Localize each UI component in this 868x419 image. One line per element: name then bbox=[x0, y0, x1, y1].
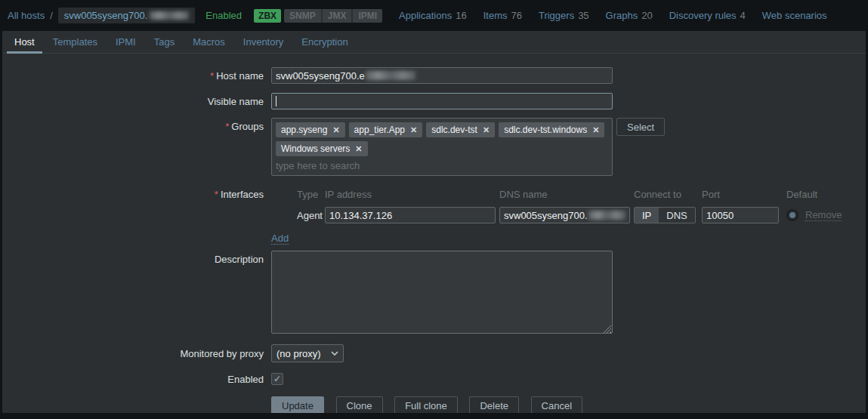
breadcrumb-bar: All hosts / svw005syseng700. Enabled ZBX… bbox=[0, 0, 868, 31]
nav-items-link[interactable]: Items bbox=[483, 10, 508, 21]
host-name-input[interactable]: svw005syseng700.e bbox=[271, 67, 613, 84]
chip-remove-icon[interactable]: ✕ bbox=[355, 143, 362, 155]
full-clone-button[interactable]: Full clone bbox=[394, 396, 458, 413]
delete-button[interactable]: Delete bbox=[469, 396, 519, 413]
col-dns-name: DNS name bbox=[499, 189, 634, 206]
proxy-select[interactable]: (no proxy) bbox=[271, 344, 344, 362]
interfaces-label: *Interfaces bbox=[2, 189, 271, 200]
group-chip: app_tier.App ✕ bbox=[349, 122, 423, 137]
ip-address-value: 10.134.37.126 bbox=[329, 210, 392, 221]
nav-triggers-link[interactable]: Triggers bbox=[539, 10, 574, 21]
col-connect-to: Connect to bbox=[634, 189, 702, 206]
nav-applications-link[interactable]: Applications bbox=[399, 10, 452, 21]
port-value: 10050 bbox=[706, 210, 734, 221]
tab-tags[interactable]: Tags bbox=[147, 31, 182, 53]
ip-address-input[interactable]: 10.134.37.126 bbox=[325, 207, 496, 223]
nav-discovery-rules-count: 4 bbox=[740, 10, 746, 21]
group-chip: app.syseng ✕ bbox=[276, 122, 345, 137]
port-cell: 10050 bbox=[702, 206, 786, 224]
nav-triggers[interactable]: Triggers 35 bbox=[539, 10, 589, 21]
tab-templates[interactable]: Templates bbox=[45, 31, 105, 53]
chip-remove-icon[interactable]: ✕ bbox=[483, 124, 490, 136]
chevron-down-icon bbox=[331, 351, 338, 356]
groups-label: *Groups bbox=[2, 118, 271, 132]
tab-ipmi[interactable]: IPMI bbox=[108, 31, 144, 53]
groups-multiselect[interactable]: app.syseng ✕ app_tier.App ✕ sdlc.dev-tst… bbox=[271, 118, 613, 176]
col-type: Type bbox=[271, 189, 325, 206]
remove-interface-link[interactable]: Remove bbox=[805, 209, 842, 221]
connect-ip-option[interactable]: IP bbox=[635, 208, 659, 223]
nav-graphs-link[interactable]: Graphs bbox=[606, 10, 638, 21]
required-marker: * bbox=[225, 121, 229, 132]
interface-type: Agent bbox=[271, 206, 325, 224]
nav-items[interactable]: Items 76 bbox=[483, 10, 522, 21]
form-buttons: Update Clone Full clone Delete Cancel bbox=[271, 396, 592, 413]
enabled-checkbox[interactable]: ✓ bbox=[271, 373, 283, 385]
group-search-input[interactable] bbox=[276, 160, 608, 171]
nav-discovery-rules[interactable]: Discovery rules 4 bbox=[669, 10, 746, 21]
group-chip-label: sdlc.dev-tst.windows bbox=[504, 124, 587, 136]
nav-web-scenarios[interactable]: Web scenarios bbox=[762, 10, 827, 21]
description-row: Description bbox=[2, 251, 866, 336]
group-chip: sdlc.dev-tst ✕ bbox=[426, 122, 495, 137]
update-button[interactable]: Update bbox=[271, 396, 324, 413]
description-textarea[interactable] bbox=[271, 251, 613, 334]
add-interface-link[interactable]: Add bbox=[271, 233, 289, 245]
default-interface-radio[interactable] bbox=[786, 209, 798, 221]
proxy-row: Monitored by proxy (no proxy) bbox=[2, 344, 866, 362]
cancel-button[interactable]: Cancel bbox=[531, 396, 582, 413]
connect-to-toggle: IP DNS bbox=[634, 207, 696, 223]
description-label: Description bbox=[2, 251, 271, 265]
nav-triggers-count: 35 bbox=[578, 10, 588, 21]
redacted-text bbox=[366, 71, 415, 80]
tab-host[interactable]: Host bbox=[7, 31, 42, 53]
breadcrumb-host-name: svw005syseng700. bbox=[58, 8, 196, 23]
visible-name-input[interactable] bbox=[271, 93, 613, 109]
proxy-label: Monitored by proxy bbox=[2, 348, 271, 359]
nav-graphs[interactable]: Graphs 20 bbox=[606, 10, 653, 21]
nav-discovery-rules-link[interactable]: Discovery rules bbox=[669, 10, 737, 21]
connect-dns-option[interactable]: DNS bbox=[659, 208, 694, 223]
tab-inventory[interactable]: Inventory bbox=[236, 31, 291, 53]
nav-web-scenarios-link[interactable]: Web scenarios bbox=[762, 10, 827, 21]
col-default: Default bbox=[786, 189, 845, 206]
groups-select-button[interactable]: Select bbox=[616, 118, 665, 136]
visible-name-label: Visible name bbox=[2, 96, 271, 107]
jmx-badge: JMX bbox=[323, 9, 354, 23]
breadcrumb-separator: / bbox=[50, 10, 53, 21]
chip-remove-icon[interactable]: ✕ bbox=[592, 124, 599, 136]
interfaces-table: Type IP address DNS name Connect to Port… bbox=[271, 189, 845, 224]
required-marker: * bbox=[215, 189, 218, 200]
interfaces-row: *Interfaces Type IP address DNS name Con… bbox=[2, 189, 866, 243]
breadcrumb-all-hosts-link[interactable]: All hosts bbox=[8, 10, 45, 21]
chip-remove-icon[interactable]: ✕ bbox=[410, 124, 417, 136]
proxy-selected-value: (no proxy) bbox=[276, 348, 321, 359]
snmp-badge: SNMP bbox=[284, 9, 323, 23]
add-interface-row: Add bbox=[271, 233, 845, 243]
port-input[interactable]: 10050 bbox=[702, 207, 779, 223]
groups-field: app.syseng ✕ app_tier.App ✕ sdlc.dev-tst… bbox=[271, 118, 665, 176]
tab-macros[interactable]: Macros bbox=[185, 31, 233, 53]
clone-button[interactable]: Clone bbox=[336, 396, 383, 413]
groups-row: *Groups app.syseng ✕ app_tier.App ✕ bbox=[2, 118, 866, 176]
group-chip-label: app_tier.App bbox=[354, 124, 405, 136]
form-buttons-row: Update Clone Full clone Delete Cancel bbox=[2, 396, 866, 413]
tab-encryption[interactable]: Encryption bbox=[294, 31, 355, 53]
group-chip: sdlc.dev-tst.windows ✕ bbox=[499, 122, 604, 137]
description-field bbox=[271, 251, 613, 336]
enabled-row: Enabled ✓ bbox=[2, 373, 866, 385]
host-name-label: *Host name bbox=[2, 70, 271, 82]
host-form-panel: Host Templates IPMI Tags Macros Inventor… bbox=[2, 31, 866, 413]
ipmi-badge: IPMI bbox=[353, 9, 382, 23]
radio-dot-icon bbox=[789, 212, 795, 218]
redacted-text bbox=[588, 211, 626, 220]
nav-applications[interactable]: Applications 16 bbox=[399, 10, 467, 21]
chip-remove-icon[interactable]: ✕ bbox=[332, 124, 339, 136]
dns-name-input[interactable]: svw005syseng700. bbox=[499, 207, 630, 223]
group-chip-label: sdlc.dev-tst bbox=[431, 124, 477, 136]
group-chip-label: Windows servers bbox=[281, 143, 350, 155]
nav-applications-count: 16 bbox=[456, 10, 466, 21]
host-entity-nav: Applications 16 Items 76 Triggers 35 Gra… bbox=[399, 10, 826, 21]
nav-items-count: 76 bbox=[511, 10, 521, 21]
group-chip: Windows servers ✕ bbox=[276, 141, 368, 156]
